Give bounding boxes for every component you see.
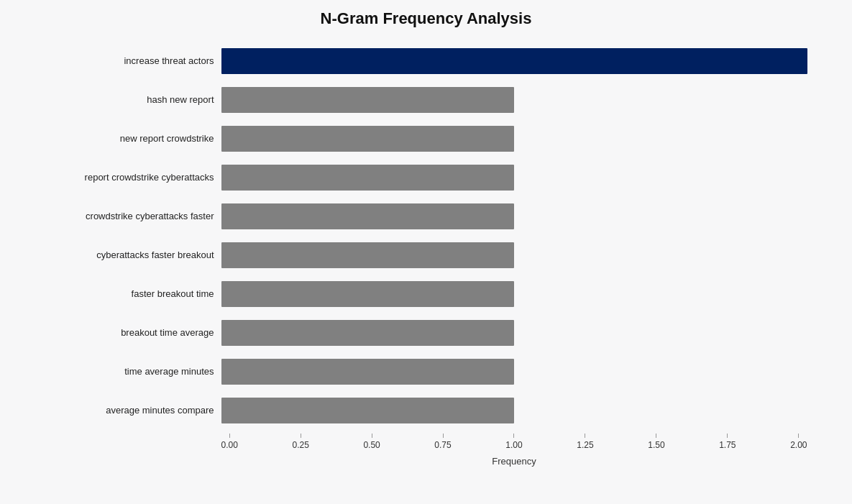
bar-row: new report crowdstrike (45, 120, 807, 157)
x-tick-line (372, 434, 372, 438)
bar-row: report crowdstrike cyberattacks (45, 159, 807, 196)
bar-label: new report crowdstrike (45, 133, 221, 144)
x-tick: 0.75 (434, 434, 451, 450)
x-axis-label: Frequency (221, 456, 807, 467)
bar-fill (221, 87, 515, 113)
x-tick-label: 0.25 (292, 440, 308, 450)
x-axis: 0.000.250.500.751.001.251.501.752.00 (221, 434, 807, 450)
bar-fill (221, 359, 515, 385)
bar-fill (221, 48, 807, 74)
x-tick-label: 0.75 (434, 440, 451, 450)
x-tick-label: 1.25 (577, 440, 593, 450)
x-tick-line (301, 434, 301, 438)
bar-fill (221, 320, 515, 346)
x-tick: 0.50 (363, 434, 380, 450)
x-tick-line (656, 434, 656, 438)
bar-label: time average minutes (45, 366, 221, 377)
x-tick-label: 1.00 (505, 440, 522, 450)
chart-container: N-Gram Frequency Analysis increase threa… (31, 0, 822, 504)
bar-track (221, 126, 807, 152)
bar-row: faster breakout time (45, 275, 807, 313)
bar-row: cyberattacks faster breakout (45, 237, 807, 274)
x-tick-label: 1.75 (719, 440, 736, 450)
bar-fill (221, 126, 515, 152)
x-tick-label: 1.50 (648, 440, 664, 450)
bar-track (221, 359, 807, 385)
bar-label: report crowdstrike cyberattacks (45, 172, 221, 183)
bar-track (221, 48, 807, 74)
bar-track (221, 281, 807, 307)
bar-label: breakout time average (45, 327, 221, 338)
x-tick: 1.50 (648, 434, 664, 450)
x-tick: 1.75 (719, 434, 736, 450)
bar-row: time average minutes (45, 353, 807, 390)
bar-track (221, 320, 807, 346)
bar-fill (221, 398, 515, 423)
x-tick: 0.25 (292, 434, 308, 450)
chart-area: increase threat actorshash new reportnew… (45, 42, 807, 431)
bar-label: crowdstrike cyberattacks faster (45, 211, 221, 221)
x-tick: 0.00 (221, 434, 238, 450)
bar-label: increase threat actors (45, 55, 221, 66)
x-tick: 1.25 (577, 434, 593, 450)
bar-track (221, 242, 807, 268)
bar-track (221, 165, 807, 191)
bar-label: cyberattacks faster breakout (45, 249, 221, 260)
bar-row: average minutes compare (45, 392, 807, 429)
x-tick-line (513, 434, 514, 438)
bar-row: increase threat actors (45, 42, 807, 80)
x-tick-line (798, 434, 799, 438)
bar-label: hash new report (45, 94, 221, 105)
bar-row: hash new report (45, 81, 807, 119)
bar-label: faster breakout time (45, 288, 221, 299)
x-tick-line (229, 434, 230, 438)
x-tick-line (443, 434, 444, 438)
x-tick-line (585, 434, 585, 438)
bar-track (221, 203, 807, 229)
bar-row: crowdstrike cyberattacks faster (45, 198, 807, 235)
x-tick-line (727, 434, 728, 438)
bar-track (221, 87, 807, 113)
x-tick: 2.00 (790, 434, 807, 450)
x-tick-label: 0.00 (221, 440, 238, 450)
chart-title: N-Gram Frequency Analysis (45, 9, 807, 28)
x-tick-label: 0.50 (363, 440, 380, 450)
bar-fill (221, 203, 515, 229)
bar-track (221, 398, 807, 423)
x-tick: 1.00 (505, 434, 522, 450)
bar-fill (221, 281, 515, 307)
bar-row: breakout time average (45, 314, 807, 352)
bar-label: average minutes compare (45, 405, 221, 416)
bar-fill (221, 165, 515, 191)
bar-fill (221, 242, 515, 268)
x-axis-wrapper: 0.000.250.500.751.001.251.501.752.00 (221, 434, 807, 450)
x-tick-label: 2.00 (790, 440, 807, 450)
